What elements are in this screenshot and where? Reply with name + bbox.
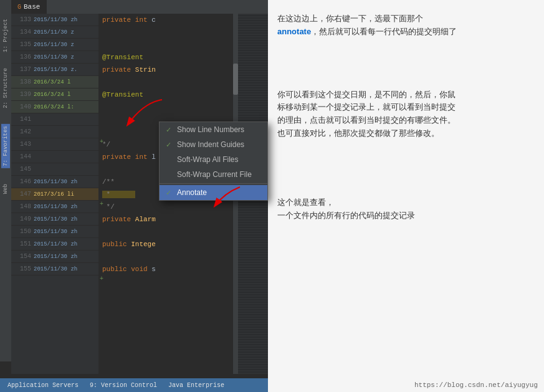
sidebar-tab-project[interactable]: 1: Project xyxy=(2,19,9,52)
annot-row-146[interactable]: 146 2015/11/30 zh xyxy=(11,176,98,188)
sidebar-tab-favorites[interactable]: 7: Favorites xyxy=(1,124,10,168)
check-icon-indent-guides: ✓ xyxy=(166,141,174,149)
annot-row-150[interactable]: 150 2015/11/30 zh xyxy=(11,226,98,238)
annot-text-2: 你可以看到这个提交日期，是不同的，然后，你鼠 标移动到某一个提交记录上，就可以看… xyxy=(277,88,535,140)
status-item-app-servers[interactable]: Application Servers xyxy=(2,378,84,392)
expand-icon-151[interactable]: + xyxy=(100,275,103,282)
annot-row-149[interactable]: 149 2015/11/30 zh xyxy=(11,213,98,226)
tab-base[interactable]: G Base xyxy=(11,0,47,14)
annot-row-136[interactable]: 136 2015/11/30 z xyxy=(11,51,98,64)
annot-row-135[interactable]: 135 2015/11/30 z xyxy=(11,39,98,51)
annot-row-141: 141 xyxy=(11,113,98,126)
annot-row-138[interactable]: 138 2016/3/24 l xyxy=(11,76,98,88)
sidebar-tab-web[interactable]: Web xyxy=(2,184,9,194)
menu-item-show-line-numbers[interactable]: ✓ Show Line Numbers xyxy=(160,122,267,137)
annot-row-154[interactable]: 154 2015/11/30 zh xyxy=(11,251,98,263)
menu-item-annotate[interactable]: ✓ Annotate xyxy=(160,185,267,200)
sidebar-tab-structure[interactable]: 2: Structure xyxy=(2,68,9,108)
annot-row-148[interactable]: 148 2015/11/30 zh xyxy=(11,201,98,213)
annot-row-142: 142 xyxy=(11,126,98,138)
annot-block-1: 在这边边上，你右键一下，选最下面那个 annotate，然后就可以看每一行代码的… xyxy=(277,12,535,39)
annot-row-140[interactable]: 140 2016/3/24 l: xyxy=(11,101,98,113)
check-icon-line-numbers: ✓ xyxy=(166,126,174,134)
annot-row-147[interactable]: 147 2017/3/16 li xyxy=(11,188,98,201)
annot-text-1: 在这边边上，你右键一下，选最下面那个 annotate，然后就可以看每一行代码的… xyxy=(277,12,535,39)
annotation-area: 在这边边上，你右键一下，选最下面那个 annotate，然后就可以看每一行代码的… xyxy=(268,0,544,392)
annot-row-143: 143 xyxy=(11,138,98,151)
annot-row-134[interactable]: 134 2015/11/30 z xyxy=(11,26,98,39)
annot-text-3: 这个就是查看， 一个文件内的所有行的代码的提交记录 xyxy=(277,196,535,222)
menu-item-show-indent-guides[interactable]: ✓ Show Indent Guides xyxy=(160,137,267,152)
annot-row-137[interactable]: 137 2015/11/30 z. xyxy=(11,64,98,76)
menu-item-soft-wrap-all[interactable]: ✓ Soft-Wrap All Files xyxy=(160,152,267,167)
status-item-version-control[interactable]: 9: Version Control xyxy=(85,378,162,392)
annot-block-3: 这个就是查看， 一个文件内的所有行的代码的提交记录 xyxy=(277,196,535,222)
status-item-java-enterprise[interactable]: Java Enterprise xyxy=(163,378,229,392)
context-menu: ✓ Show Line Numbers ✓ Show Indent Guides… xyxy=(159,122,268,201)
menu-item-soft-wrap-current[interactable]: ✓ Soft-Wrap Current File xyxy=(160,167,267,182)
menu-separator xyxy=(160,183,267,184)
tab-bar: G Base xyxy=(11,0,268,14)
annot-row-144: 144 xyxy=(11,151,98,163)
annot-row-133[interactable]: 133 2015/11/30 zh xyxy=(11,14,98,26)
annot-row-139[interactable]: 139 2016/3/24 l xyxy=(11,88,98,101)
annot-row-155[interactable]: 155 2015/11/30 zh xyxy=(11,263,98,275)
annot-block-2: 你可以看到这个提交日期，是不同的，然后，你鼠 标移动到某一个提交记录上，就可以看… xyxy=(277,88,535,140)
scrollbar-thumb[interactable] xyxy=(233,64,238,95)
url-label: https://blog.csdn.net/aiyugyug xyxy=(414,381,538,389)
check-icon-annotate: ✓ xyxy=(166,189,174,197)
expand-icon-141[interactable]: + xyxy=(100,138,103,145)
expand-icon-146[interactable]: + xyxy=(100,201,103,208)
annot-row-151[interactable]: 151 2015/11/30 zh xyxy=(11,238,98,251)
status-bar: Application Servers 9: Version Control J… xyxy=(0,378,268,392)
annotation-gutter: 133 2015/11/30 zh 134 2015/11/30 z 135 2… xyxy=(11,14,98,374)
annot-row-145: 145 xyxy=(11,163,98,176)
annotate-highlight: annotate xyxy=(277,27,311,36)
